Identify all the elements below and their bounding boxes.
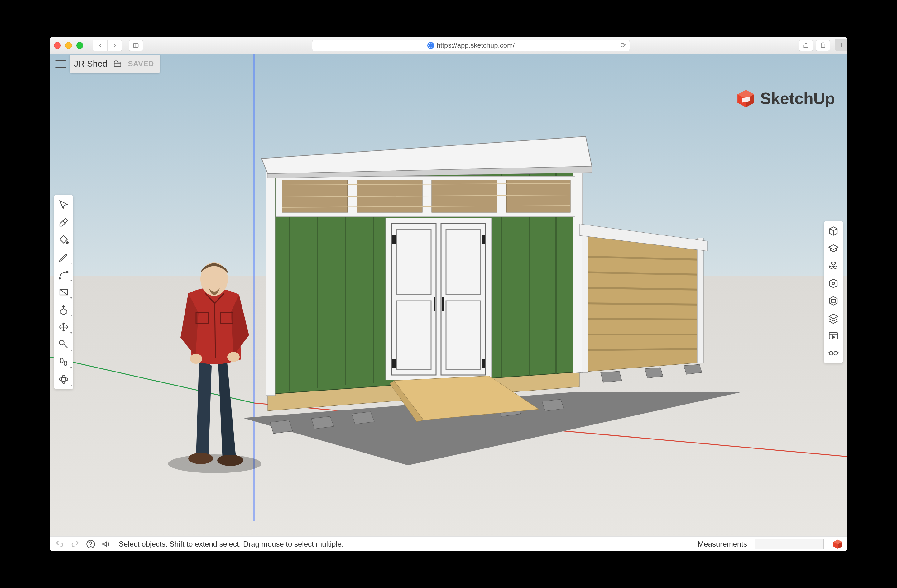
move-tool[interactable]: ▾: [54, 318, 73, 336]
push-pull-tool[interactable]: ▾: [54, 301, 73, 318]
styles-panel[interactable]: [824, 292, 843, 310]
svg-point-88: [832, 282, 835, 285]
svg-point-79: [66, 242, 68, 244]
svg-rect-52: [392, 359, 395, 368]
status-hint: Select objects. Shift to extend select. …: [119, 540, 344, 548]
svg-rect-3: [821, 44, 825, 48]
close-window-button[interactable]: [54, 42, 61, 49]
announce-button[interactable]: [101, 539, 112, 550]
instructor-panel[interactable]: [824, 240, 843, 257]
nav-buttons: [93, 40, 122, 51]
svg-rect-54: [482, 359, 485, 368]
right-toolbar: [824, 221, 843, 363]
svg-point-80: [59, 278, 61, 279]
layers-panel[interactable]: [824, 310, 843, 327]
brand-name: SketchUp: [760, 89, 835, 108]
svg-line-66: [583, 349, 701, 350]
components-panel[interactable]: [824, 257, 843, 275]
svg-point-81: [67, 271, 68, 273]
left-toolbar: ▾ ▾ ▾ ▾ ▾ ▾ ▾ ▾: [54, 195, 73, 389]
svg-rect-37: [432, 180, 497, 212]
url-text: https://app.sketchup.com/: [437, 41, 515, 49]
svg-line-64: [583, 319, 701, 319]
status-bar: Select objects. Shift to extend select. …: [49, 536, 848, 551]
help-button[interactable]: [85, 539, 96, 550]
reload-button[interactable]: ⟳: [620, 41, 626, 49]
eraser-tool[interactable]: [54, 214, 73, 231]
svg-rect-67: [582, 234, 588, 373]
sketchup-mini-logo-icon: [833, 539, 843, 549]
viewport-3d[interactable]: [49, 54, 848, 536]
svg-rect-38: [507, 180, 570, 212]
traffic-lights: [54, 42, 83, 49]
display-panel[interactable]: [824, 344, 843, 362]
svg-point-87: [62, 375, 66, 384]
svg-point-71: [188, 453, 213, 464]
maximize-window-button[interactable]: [77, 42, 83, 49]
svg-point-90: [830, 351, 833, 355]
pencil-tool[interactable]: ▾: [54, 249, 73, 266]
svg-rect-44: [441, 224, 485, 375]
svg-point-72: [217, 455, 243, 466]
svg-point-93: [90, 546, 91, 547]
svg-rect-50: [442, 297, 444, 311]
tape-measure-tool[interactable]: ▾: [54, 336, 73, 353]
app-header: JR Shed SAVED: [49, 54, 160, 73]
undo-button[interactable]: [54, 539, 65, 550]
svg-line-73: [215, 303, 215, 358]
sidebar-toggle-button[interactable]: [129, 40, 143, 51]
back-button[interactable]: [93, 40, 107, 51]
svg-point-76: [190, 354, 202, 364]
svg-rect-53: [482, 235, 485, 244]
svg-line-63: [583, 303, 701, 305]
svg-point-84: [60, 358, 63, 363]
folder-icon[interactable]: [112, 60, 123, 68]
file-name: JR Shed: [74, 59, 107, 69]
scenes-panel[interactable]: [824, 327, 843, 344]
svg-point-86: [60, 377, 68, 381]
select-tool[interactable]: [54, 196, 73, 214]
svg-marker-15: [270, 420, 293, 434]
arc-tool[interactable]: ▾: [54, 266, 73, 283]
measurements-input[interactable]: [755, 539, 824, 549]
sketchup-logo-icon: [736, 89, 756, 108]
browser-chrome: https://app.sketchup.com/ ⟳ +: [49, 37, 848, 54]
svg-point-77: [227, 352, 240, 362]
walk-tool[interactable]: ▾: [54, 353, 73, 371]
svg-rect-51: [392, 235, 395, 244]
svg-rect-43: [392, 224, 436, 375]
forward-button[interactable]: [107, 40, 122, 51]
entity-info-panel[interactable]: [824, 222, 843, 240]
svg-marker-20: [601, 371, 622, 382]
svg-point-85: [64, 361, 67, 366]
svg-rect-0: [134, 43, 138, 47]
minimize-window-button[interactable]: [65, 42, 72, 49]
menu-button[interactable]: [52, 55, 69, 73]
svg-rect-49: [433, 297, 435, 311]
svg-marker-22: [684, 364, 702, 374]
browser-right-controls: +: [799, 39, 843, 51]
globe-icon: [427, 42, 434, 49]
measurements-label: Measurements: [698, 540, 747, 548]
url-bar[interactable]: https://app.sketchup.com/ ⟳: [312, 40, 630, 51]
browser-window: https://app.sketchup.com/ ⟳ + JR Shed S: [49, 37, 848, 551]
brand-logo: SketchUp: [736, 89, 835, 108]
svg-point-70: [168, 454, 262, 473]
svg-rect-32: [266, 171, 275, 396]
svg-point-91: [834, 351, 838, 355]
rectangle-tool[interactable]: ▾: [54, 283, 73, 301]
paint-bucket-tool[interactable]: [54, 231, 73, 249]
materials-panel[interactable]: [824, 275, 843, 292]
orbit-tool[interactable]: ▾: [54, 371, 73, 388]
redo-button[interactable]: [69, 539, 81, 550]
saved-status: SAVED: [128, 60, 154, 68]
sketchup-app: JR Shed SAVED SketchUp: [49, 54, 848, 551]
share-button[interactable]: [799, 40, 813, 51]
new-tab-button[interactable]: +: [835, 39, 848, 51]
file-tab[interactable]: JR Shed SAVED: [69, 55, 160, 73]
svg-rect-68: [697, 238, 703, 363]
svg-marker-21: [645, 368, 663, 378]
tabs-button[interactable]: [816, 40, 830, 51]
